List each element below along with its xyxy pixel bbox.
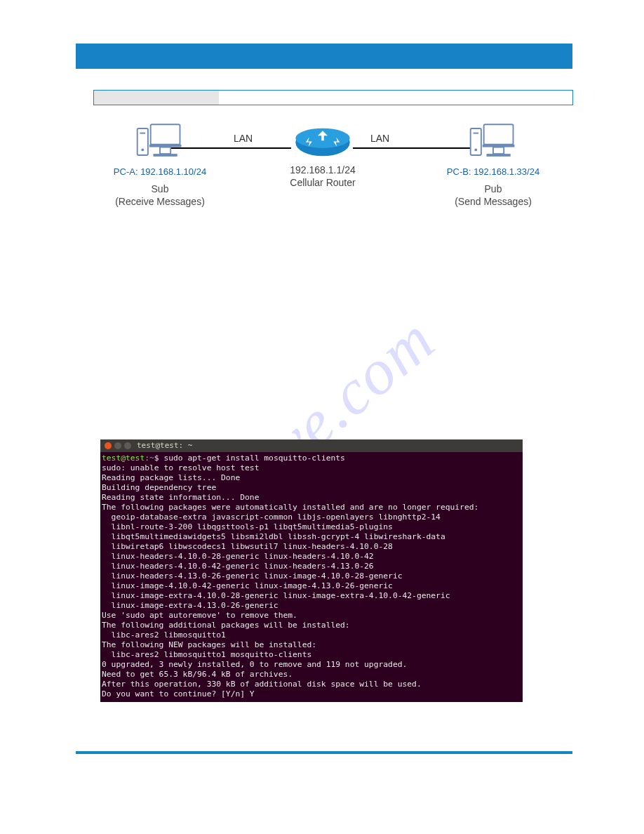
svg-point-15 — [474, 149, 477, 152]
pc-a-ip: PC-A: 192.168.1.10/24 — [100, 166, 220, 178]
terminal-body[interactable]: test@test:~$ sudo apt-get install mosqui… — [100, 452, 523, 702]
pc-b-ip: PC-B: 192.168.1.33/24 — [434, 166, 553, 178]
svg-point-6 — [141, 149, 144, 152]
svg-rect-13 — [471, 128, 481, 155]
terminal-command: sudo apt-get install mosquitto-clients — [163, 454, 344, 463]
terminal-output: sudo: unable to resolve host test Readin… — [102, 463, 478, 699]
lan-label-left: LAN — [234, 133, 253, 144]
prompt-user: test@test — [102, 454, 145, 463]
svg-rect-5 — [140, 133, 146, 134]
svg-rect-11 — [493, 147, 504, 154]
document-page: LAN LAN PC-A: 192.168.1.10/24 Sub (Recei… — [0, 0, 644, 834]
svg-rect-2 — [160, 147, 170, 154]
router-name: Cellular Router — [267, 176, 379, 189]
svg-rect-4 — [137, 128, 148, 155]
pc-b-role-sub: (Send Messages) — [434, 195, 553, 208]
pc-b-role-title: Pub — [434, 183, 553, 195]
header-bar — [76, 44, 572, 69]
svg-rect-3 — [154, 154, 177, 157]
desktop-icon — [133, 120, 187, 164]
terminal-titlebar: test@test: ~ — [100, 439, 523, 452]
network-diagram: LAN LAN PC-A: 192.168.1.10/24 Sub (Recei… — [90, 116, 581, 246]
pc-a-role-title: Sub — [100, 183, 220, 195]
node-pc-a: PC-A: 192.168.1.10/24 Sub (Receive Messa… — [100, 120, 220, 208]
footer-bar — [76, 751, 572, 754]
router-ip: 192.168.1.1/24 — [267, 164, 379, 176]
info-bar-fill — [94, 91, 219, 105]
node-router: 192.168.1.1/24 Cellular Router — [267, 120, 379, 189]
router-icon — [292, 127, 354, 158]
svg-rect-14 — [474, 133, 479, 134]
window-close-icon[interactable] — [105, 442, 112, 449]
desktop-icon — [467, 120, 520, 164]
window-minimize-icon[interactable] — [114, 442, 121, 449]
svg-rect-0 — [151, 124, 180, 145]
node-pc-b: PC-B: 192.168.1.33/24 Pub (Send Messages… — [434, 120, 553, 208]
window-maximize-icon[interactable] — [124, 442, 131, 449]
prompt-path: ~ — [149, 454, 154, 463]
svg-rect-12 — [487, 154, 511, 157]
svg-rect-9 — [484, 124, 514, 145]
terminal-window: test@test: ~ test@test:~$ sudo apt-get i… — [100, 439, 523, 702]
pc-a-role-sub: (Receive Messages) — [100, 195, 220, 208]
terminal-title: test@test: ~ — [137, 441, 192, 451]
